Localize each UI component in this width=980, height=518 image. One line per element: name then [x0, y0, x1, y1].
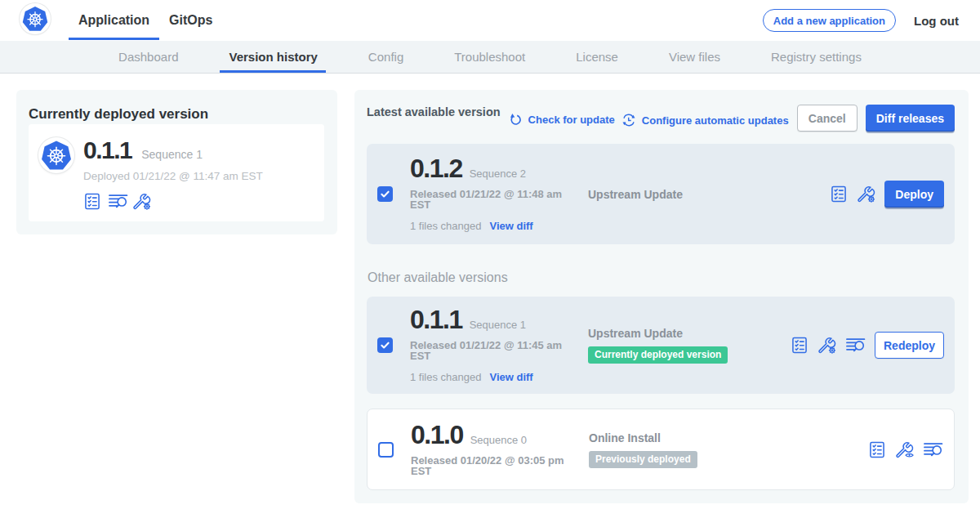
files-changed-label: 1 files changed — [410, 220, 481, 232]
kubernetes-logo — [20, 3, 51, 34]
version-row-0.1.1: 0.1.1 Sequence 1 Released 01/21/22 @ 11:… — [367, 297, 955, 394]
version-info: 0.1.1 Sequence 1 Released 01/21/22 @ 11:… — [410, 307, 571, 383]
files-changed-label: 1 files changed — [410, 371, 481, 383]
cancel-button[interactable]: Cancel — [797, 105, 858, 132]
subnav-registry-settings[interactable]: Registry settings — [746, 41, 887, 73]
edit-config-icon[interactable] — [132, 192, 151, 211]
subnav-dashboard[interactable]: Dashboard — [93, 41, 203, 73]
checkmark-icon — [380, 189, 390, 199]
deploy-logs-icon[interactable] — [923, 440, 943, 459]
top-tabs: Application GitOps — [69, 0, 222, 41]
subnav-view-files[interactable]: View files — [644, 41, 746, 73]
version-info: 0.1.0 Sequence 0 Released 01/20/22 @ 03:… — [411, 422, 572, 476]
deployed-version-number: 0.1.1 — [83, 138, 131, 163]
source-label: Upstream Update — [588, 188, 786, 201]
deploy-logs-icon[interactable] — [108, 192, 128, 211]
source-label: Upstream Update — [588, 327, 786, 340]
redeploy-button[interactable]: Redeploy — [875, 332, 944, 359]
version-row-0.1.0: 0.1.0 Sequence 0 Released 01/20/22 @ 03:… — [367, 409, 955, 490]
app-subnav: Dashboard Version history Config Trouble… — [0, 41, 980, 74]
tab-application[interactable]: Application — [69, 0, 159, 41]
preflight-checks-icon[interactable] — [791, 336, 808, 355]
version-checkbox[interactable] — [378, 442, 394, 458]
logout-button[interactable]: Log out — [914, 14, 959, 28]
deployed-timestamp: Deployed 01/21/22 @ 11:47 am EST — [83, 170, 263, 182]
version-row-0.1.2: 0.1.2 Sequence 2 Released 01/21/22 @ 11:… — [367, 144, 955, 244]
version-source: Upstream Update — [588, 188, 786, 201]
sequence-label: Sequence 0 — [470, 434, 527, 446]
sequence-label: Sequence 2 — [470, 167, 526, 180]
check-for-update-label: Check for update — [528, 114, 615, 126]
version-info: 0.1.2 Sequence 2 Released 01/21/22 @ 11:… — [410, 156, 571, 232]
currently-deployed-panel: Currently deployed version 0.1.1 Sequenc… — [16, 90, 337, 234]
latest-available-title: Latest available version — [367, 105, 501, 118]
subnav-config[interactable]: Config — [343, 41, 429, 73]
currently-deployed-badge: Currently deployed version — [588, 346, 728, 364]
deployed-sequence-label: Sequence 1 — [141, 148, 203, 161]
version-actions: Redeploy — [791, 332, 944, 359]
other-available-versions-title: Other available versions — [368, 270, 955, 285]
edit-config-icon[interactable] — [817, 336, 836, 355]
source-label: Online Install — [589, 431, 786, 444]
subnav-troubleshoot[interactable]: Troubleshoot — [429, 41, 550, 73]
checkmark-icon — [380, 340, 390, 351]
version-number: 0.1.2 — [410, 156, 462, 181]
version-checkbox[interactable] — [377, 337, 393, 353]
kubernetes-wheel-icon — [40, 139, 73, 172]
top-navbar-right: Add a new application Log out — [763, 0, 980, 41]
view-diff-link[interactable]: View diff — [489, 220, 532, 232]
version-source: Online Install Previously deployed — [589, 431, 786, 468]
deploy-logs-icon[interactable] — [845, 336, 866, 355]
previously-deployed-badge: Previously deployed — [589, 451, 697, 468]
sequence-label: Sequence 1 — [470, 319, 526, 331]
deploy-button[interactable]: Deploy — [884, 181, 944, 208]
diff-releases-button[interactable]: Diff releases — [866, 105, 955, 132]
available-versions-panel: Latest available version Check for updat… — [354, 90, 969, 503]
version-number: 0.1.0 — [411, 422, 463, 448]
subnav-license[interactable]: License — [550, 41, 644, 73]
released-timestamp: Released 01/20/22 @ 03:05 pm EST — [411, 456, 568, 476]
view-config-icon[interactable] — [895, 440, 914, 459]
configure-automatic-updates-label: Configure automatic updates — [642, 114, 789, 127]
check-for-update-link[interactable]: Check for update — [509, 113, 615, 127]
preflight-checks-icon[interactable] — [868, 440, 886, 459]
deployed-version-card: 0.1.1 Sequence 1 Deployed 01/21/22 @ 11:… — [29, 124, 324, 221]
tab-gitops[interactable]: GitOps — [159, 0, 222, 41]
released-timestamp: Released 01/21/22 @ 11:48 am EST — [410, 190, 567, 210]
version-source: Upstream Update Currently deployed versi… — [588, 327, 786, 364]
schedule-update-icon — [621, 113, 636, 127]
edit-config-icon[interactable] — [857, 185, 875, 203]
main-content: Currently deployed version 0.1.1 Sequenc… — [0, 74, 980, 503]
kubernetes-wheel-icon — [21, 5, 49, 33]
configure-automatic-updates-link[interactable]: Configure automatic updates — [621, 113, 789, 127]
available-versions-header: Latest available version Check for updat… — [367, 103, 955, 131]
currently-deployed-title: Currently deployed version — [29, 106, 324, 123]
app-icon — [38, 137, 74, 173]
deployed-version-info: 0.1.1 Sequence 1 Deployed 01/21/22 @ 11:… — [83, 137, 263, 211]
version-actions: Deploy — [830, 181, 944, 208]
version-actions — [868, 440, 943, 459]
released-timestamp: Released 01/21/22 @ 11:45 am EST — [410, 341, 567, 361]
preflight-checks-icon[interactable] — [830, 185, 848, 203]
subnav-version-history[interactable]: Version history — [203, 41, 342, 73]
top-navbar: Application GitOps Add a new application… — [0, 0, 980, 41]
preflight-checks-icon[interactable] — [83, 192, 101, 211]
refresh-icon — [509, 113, 523, 127]
add-application-button[interactable]: Add a new application — [763, 9, 896, 32]
version-checkbox[interactable] — [377, 186, 393, 202]
view-diff-link[interactable]: View diff — [489, 371, 532, 383]
version-number: 0.1.1 — [410, 307, 462, 333]
